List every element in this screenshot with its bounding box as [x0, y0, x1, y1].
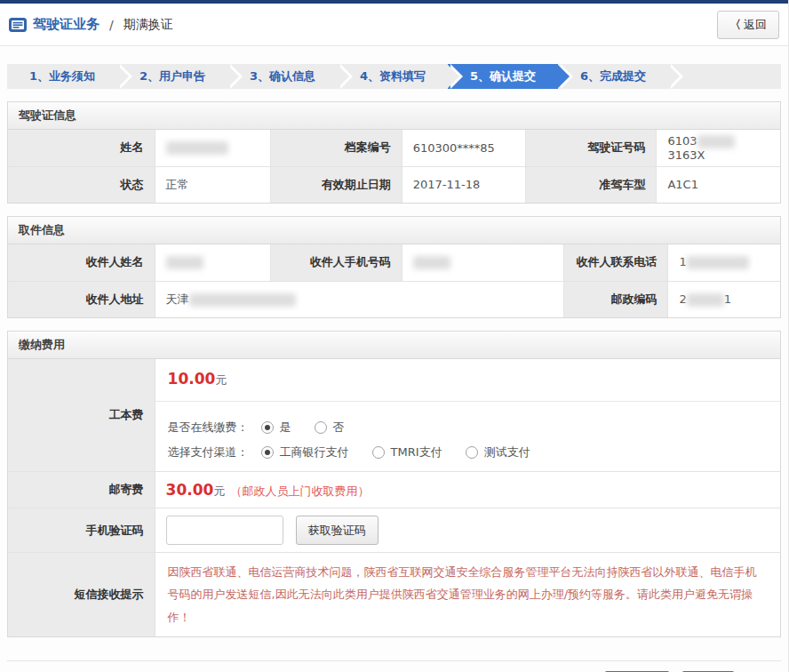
online-pay-label: 是否在线缴费：	[168, 420, 249, 436]
back-caret-icon: 〈	[729, 18, 741, 31]
radio-unselected-icon	[315, 421, 327, 434]
footer-actions: 上一步 完成	[7, 660, 781, 672]
recipient-address-value: 天津	[155, 281, 564, 317]
redacted-value	[687, 256, 749, 269]
recipient-phone-prefix: 1	[679, 255, 686, 268]
sms-notice-label: 短信接收提示	[8, 553, 155, 637]
file-number-label: 档案编号	[270, 130, 402, 166]
name-value	[155, 130, 270, 166]
step-1-notice[interactable]: 1、业务须知	[7, 64, 117, 89]
vehicle-type-label: 准驾车型	[525, 166, 657, 203]
license-number-prefix: 6103	[667, 134, 697, 148]
radio-online-pay-no[interactable]: 否	[315, 420, 345, 436]
redacted-value	[166, 256, 203, 269]
redacted-value	[697, 135, 735, 148]
step-2-declaration[interactable]: 2、用户申告	[117, 64, 227, 89]
postage-label: 邮寄费	[8, 472, 155, 508]
payment-options-block: 是否在线缴费： 是 否 选择支付渠道：	[155, 402, 780, 471]
license-info-section: 驾驶证信息 姓名 档案编号 610300****85 驾驶证号码 6103316…	[7, 101, 781, 204]
sms-code-row: 手机验证码 获取验证码	[8, 508, 780, 553]
pickup-info-table: 收件人姓名 收件人手机号码 收件人联系电话 1 收件人地址 天津 邮政编码 21	[8, 244, 780, 317]
expiry-value: 2017-11-18	[402, 166, 525, 203]
page: 驾驶证业务 / 期满换证 〈返回 1、业务须知 2、用户申告 3、确认信息 4、…	[0, 0, 789, 672]
form-list-icon	[9, 18, 27, 32]
sms-notice-cell: 因陕西省联通、电信运营商技术问题，陕西省互联网交通安全综合服务管理平台无法向持陕…	[155, 553, 780, 637]
vehicle-type-value: A1C1	[657, 166, 780, 203]
radio-option-label: 是	[280, 420, 291, 436]
back-button[interactable]: 〈返回	[717, 11, 779, 39]
postage-row: 邮寄费 30.00元（邮政人员上门收取费用）	[8, 472, 780, 508]
postage-note: （邮政人员上门收取费用）	[230, 484, 369, 498]
table-row: 收件人地址 天津 邮政编码 21	[8, 281, 780, 317]
sms-notice-text: 因陕西省联通、电信运营商技术问题，陕西省互联网交通安全综合服务管理平台无法向持陕…	[155, 553, 780, 636]
postage-cell: 30.00元（邮政人员上门收取费用）	[155, 472, 780, 508]
expiry-label: 有效期止日期	[270, 166, 402, 203]
name-label: 姓名	[8, 130, 155, 166]
license-number-label: 驾驶证号码	[525, 130, 657, 166]
sms-notice-row: 短信接收提示 因陕西省联通、电信运营商技术问题，陕西省互联网交通安全综合服务管理…	[8, 553, 780, 637]
license-info-table: 姓名 档案编号 610300****85 驾驶证号码 61033163X 状态 …	[8, 130, 780, 203]
postal-code-value: 21	[668, 281, 780, 317]
currency-unit: 元	[213, 484, 225, 498]
recipient-mobile-value	[402, 244, 563, 281]
pickup-info-section: 取件信息 收件人姓名 收件人手机号码 收件人联系电话 1 收件人地址 天津 邮政…	[7, 216, 781, 318]
online-pay-row: 是否在线缴费： 是 否	[168, 420, 768, 436]
card-fee-row: 工本费 10.00元 是否在线缴费： 是	[8, 359, 780, 472]
status-value: 正常	[155, 166, 270, 203]
step-4-fill-data[interactable]: 4、资料填写	[338, 64, 448, 89]
page-title: 驾驶证业务	[33, 16, 100, 33]
sms-code-label: 手机验证码	[8, 508, 155, 553]
table-row: 状态 正常 有效期止日期 2017-11-18 准驾车型 A1C1	[8, 166, 780, 203]
payment-section: 缴纳费用 工本费 10.00元 是否在线缴费： 是	[7, 331, 781, 637]
back-label: 返回	[744, 18, 767, 31]
radio-channel-test[interactable]: 测试支付	[466, 444, 530, 460]
postal-code-label: 邮政编码	[564, 281, 668, 317]
breadcrumb-separator: /	[109, 18, 114, 32]
recipient-mobile-label: 收件人手机号码	[270, 244, 402, 281]
get-code-button[interactable]: 获取验证码	[296, 516, 379, 545]
page-subtitle: 期满换证	[124, 17, 173, 33]
radio-channel-icbc[interactable]: 工商银行支付	[261, 444, 349, 460]
postal-code-suffix: 1	[724, 292, 731, 306]
license-number-value: 61033163X	[657, 130, 780, 166]
file-number-value: 610300****85	[402, 130, 525, 166]
sms-code-cell: 获取验证码	[155, 508, 780, 553]
recipient-phone-label: 收件人联系电话	[564, 244, 668, 281]
redacted-value	[166, 141, 228, 155]
recipient-name-value	[155, 244, 270, 281]
redacted-value	[687, 293, 724, 307]
recipient-name-label: 收件人姓名	[8, 244, 155, 281]
page-header: 驾驶证业务 / 期满换证 〈返回	[0, 4, 788, 46]
radio-channel-tmri[interactable]: TMRI支付	[372, 444, 442, 460]
radio-selected-icon	[261, 421, 274, 434]
radio-option-label: 否	[333, 420, 345, 436]
recipient-address-prefix: 天津	[166, 292, 189, 306]
radio-option-label: TMRI支付	[391, 444, 442, 460]
sms-code-input[interactable]	[166, 516, 283, 545]
radio-online-pay-yes[interactable]: 是	[261, 420, 291, 436]
currency-unit: 元	[215, 373, 227, 387]
step-5-confirm-submit[interactable]: 5、确认提交	[448, 64, 558, 89]
redacted-value	[413, 256, 450, 269]
pay-channel-row: 选择支付渠道： 工商银行支付 TMRI支付 测试支付	[168, 444, 768, 460]
postal-code-prefix: 2	[679, 292, 686, 306]
radio-unselected-icon	[466, 446, 478, 459]
recipient-address-label: 收件人地址	[8, 281, 155, 317]
radio-selected-icon	[261, 446, 274, 459]
pickup-info-title: 取件信息	[8, 217, 780, 244]
step-progress-bar: 1、业务须知 2、用户申告 3、确认信息 4、资料填写 5、确认提交 6、完成提…	[7, 64, 781, 89]
card-fee-amount-line: 10.00元	[155, 359, 780, 402]
license-number-suffix: 3163X	[667, 148, 705, 162]
card-fee-label: 工本费	[8, 359, 155, 472]
status-label: 状态	[8, 166, 155, 203]
card-fee-amount: 10.00	[168, 370, 216, 388]
breadcrumb: 驾驶证业务 / 期满换证	[9, 16, 173, 33]
pay-channel-label: 选择支付渠道：	[168, 444, 249, 460]
payment-title: 缴纳费用	[8, 332, 780, 359]
payment-table: 工本费 10.00元 是否在线缴费： 是	[8, 359, 780, 636]
table-row: 姓名 档案编号 610300****85 驾驶证号码 61033163X	[8, 130, 780, 166]
license-info-title: 驾驶证信息	[8, 102, 780, 130]
step-3-confirm-info[interactable]: 3、确认信息	[227, 64, 338, 89]
step-6-complete[interactable]: 6、完成提交	[558, 64, 668, 89]
radio-option-label: 测试支付	[484, 444, 530, 460]
